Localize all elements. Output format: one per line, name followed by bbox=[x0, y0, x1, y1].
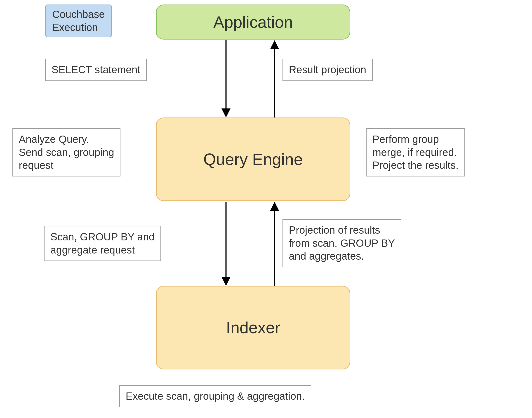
legend-couchbase-execution: Couchbase Execution bbox=[45, 4, 112, 37]
node-indexer: Indexer bbox=[156, 286, 350, 370]
node-application-label: Application bbox=[213, 13, 293, 31]
node-query-engine-label: Query Engine bbox=[203, 150, 303, 169]
node-application: Application bbox=[156, 4, 350, 40]
label-result-projection: Result projection bbox=[283, 59, 373, 81]
node-indexer-label: Indexer bbox=[226, 318, 280, 337]
label-execute-scan-grouping-aggregation: Execute scan, grouping & aggregation. bbox=[119, 385, 311, 407]
label-analyze-query: Analyze Query. Send scan, grouping reque… bbox=[12, 128, 120, 176]
label-select-statement: SELECT statement bbox=[45, 59, 147, 81]
diagram-canvas: Couchbase Execution Application Query En… bbox=[0, 0, 532, 418]
label-scan-groupby-aggregate-request: Scan, GROUP BY and aggregate request bbox=[44, 226, 161, 261]
label-perform-group-merge: Perform group merge, if required. Projec… bbox=[366, 128, 465, 176]
node-query-engine: Query Engine bbox=[156, 117, 350, 201]
label-projection-of-results: Projection of results from scan, GROUP B… bbox=[283, 219, 401, 267]
